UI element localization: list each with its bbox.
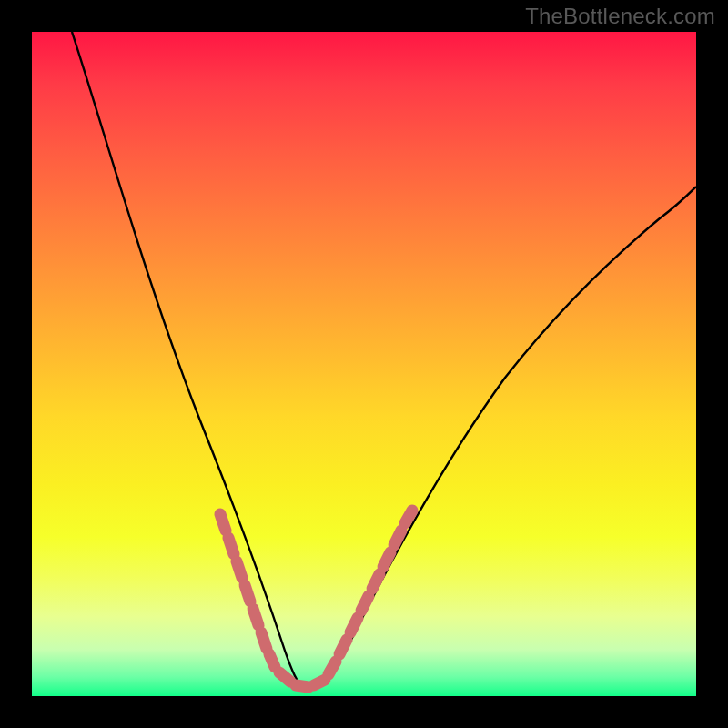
curve-overlay (32, 32, 696, 696)
svg-line-1 (228, 538, 234, 554)
chart-frame: TheBottleneck.com (0, 0, 728, 728)
svg-line-0 (220, 514, 226, 531)
highlight-segment-right (329, 511, 412, 674)
svg-line-3 (245, 585, 250, 602)
svg-line-17 (405, 511, 412, 523)
svg-line-8 (296, 685, 308, 687)
svg-line-4 (253, 609, 258, 625)
svg-line-10 (329, 662, 336, 674)
watermark-text: TheBottleneck.com (525, 4, 715, 29)
svg-line-5 (261, 632, 267, 649)
svg-line-7 (279, 672, 290, 682)
svg-line-15 (383, 552, 390, 567)
highlight-segment-left (220, 514, 275, 667)
svg-line-16 (394, 531, 401, 545)
svg-line-14 (372, 574, 379, 589)
bottleneck-curve (72, 32, 696, 690)
svg-line-12 (350, 618, 358, 632)
svg-line-2 (237, 561, 242, 578)
svg-line-13 (361, 596, 369, 611)
svg-line-11 (339, 640, 347, 654)
svg-line-6 (269, 654, 275, 667)
svg-line-9 (314, 680, 325, 685)
highlight-bottom (279, 672, 325, 687)
